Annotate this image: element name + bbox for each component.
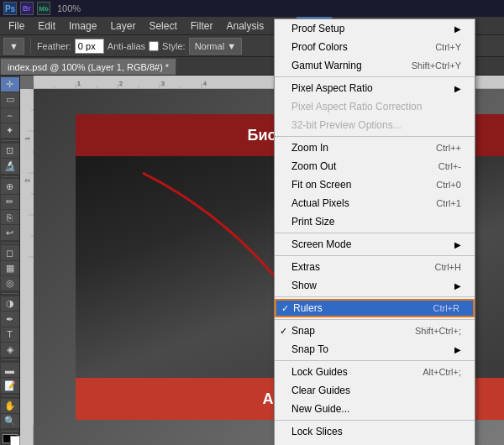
tool-separator-2 [2, 176, 18, 177]
tool-separator-7 [2, 431, 18, 432]
menu-item-proof-colors[interactable]: Proof Colors Ctrl+Y [275, 38, 475, 56]
shortcut-snap: Shift+Ctrl+; [415, 326, 461, 336]
tool-zoom[interactable]: 🔍 [1, 414, 19, 428]
tool-lasso[interactable]: ⌢ [1, 108, 19, 123]
svg-text:1: 1 [77, 81, 81, 86]
tool-magic-wand[interactable]: ✦ [1, 123, 19, 138]
separator-6 [275, 319, 475, 320]
svg-text:1: 1 [24, 137, 30, 140]
menu-image[interactable]: Image [62, 17, 103, 35]
tool-blur[interactable]: ◎ [1, 276, 19, 291]
menu-item-snap-to[interactable]: Snap To ▶ [275, 340, 475, 359]
tool-clone-stamp[interactable]: ⎘ [1, 210, 19, 224]
menu-item-snap[interactable]: Snap Shift+Ctrl+; [275, 322, 475, 340]
menu-item-print-size[interactable]: Print Size [275, 212, 475, 231]
shortcut-fit-on-screen: Ctrl+0 [436, 180, 461, 190]
separator-7 [275, 360, 475, 361]
options-preset[interactable]: ▼ [3, 38, 24, 55]
separator-3 [275, 233, 475, 233]
tool-separator-5 [2, 359, 18, 360]
tool-pen[interactable]: ✒ [1, 312, 19, 326]
svg-text:2: 2 [24, 179, 30, 182]
separator-1 [275, 76, 475, 77]
shortcut-actual-pixels: Ctrl+1 [436, 198, 461, 208]
tool-type[interactable]: T [1, 327, 19, 342]
menu-item-lock-guides[interactable]: Lock Guides Alt+Ctrl+; [275, 363, 475, 381]
tool-history-brush[interactable]: ↩ [1, 225, 19, 239]
arrow-show: ▶ [454, 281, 461, 291]
menu-layer[interactable]: Layer [103, 17, 142, 35]
svg-text:2: 2 [119, 81, 123, 86]
arrow-screen-mode: ▶ [454, 240, 461, 249]
shortcut-gamut-warning: Shift+Ctrl+Y [412, 60, 461, 71]
menu-item-actual-pixels[interactable]: Actual Pixels Ctrl+1 [275, 194, 475, 212]
shortcut-zoom-in: Ctrl++ [436, 143, 461, 153]
menu-item-32bit-preview: 32-bit Preview Options... [275, 116, 475, 134]
anti-alias-label: Anti-alias [108, 41, 145, 51]
menu-item-pixel-aspect-ratio[interactable]: Pixel Aspect Ratio ▶ [275, 79, 475, 97]
menu-analysis[interactable]: Analysis [219, 17, 270, 35]
doc-tab-index[interactable]: index.psd @ 100% (Layer 1, RGB/8#) * [0, 58, 176, 75]
menu-item-new-guide[interactable]: New Guide... [275, 400, 475, 418]
menu-item-fit-on-screen[interactable]: Fit on Screen Ctrl+0 [275, 175, 475, 194]
separator-8 [275, 420, 475, 421]
tool-eyedropper[interactable]: 🔬 [1, 159, 19, 173]
style-select[interactable]: Normal ▼ [189, 38, 242, 55]
separator-5 [275, 296, 475, 297]
menu-item-clear-guides[interactable]: Clear Guides [275, 381, 475, 400]
title-zoom: 100% [57, 3, 81, 13]
tool-spot-heal[interactable]: ⊕ [1, 179, 19, 193]
tool-separator-4 [2, 293, 18, 294]
menu-item-show[interactable]: Show ▶ [275, 276, 475, 295]
arrow-proof-setup: ▶ [454, 24, 461, 34]
arrow-snap-to: ▶ [454, 345, 461, 354]
shortcut-rulers: Ctrl+R [433, 303, 459, 313]
shortcut-zoom-out: Ctrl+- [438, 161, 461, 171]
style-label: Style: [162, 41, 186, 51]
tool-hand[interactable]: ✋ [1, 399, 19, 413]
menu-item-screen-mode[interactable]: Screen Mode ▶ [275, 235, 475, 254]
menu-file[interactable]: File [2, 17, 31, 35]
menu-item-clear-slices: Clear Slices [275, 441, 475, 445]
tool-crop[interactable]: ⊡ [1, 144, 19, 158]
menu-item-proof-setup[interactable]: Proof Setup ▶ [275, 19, 475, 38]
svg-text:3: 3 [161, 81, 165, 86]
menu-item-gamut-warning[interactable]: Gamut Warning Shift+Ctrl+Y [275, 56, 475, 75]
menu-item-zoom-out[interactable]: Zoom Out Ctrl+- [275, 157, 475, 175]
feather-label: Feather: [37, 41, 71, 51]
arrow-pixel-aspect: ▶ [454, 84, 461, 93]
tool-separator-6 [2, 395, 18, 396]
menu-item-rulers[interactable]: Rulers Ctrl+R [275, 299, 475, 317]
mb-icon[interactable]: Mb [37, 2, 50, 15]
tool-gradient[interactable]: ▦ [1, 261, 19, 275]
title-bar: Ps Br Mb 100% [0, 0, 504, 17]
vertical-ruler: 1 2 [20, 89, 34, 445]
br-icon[interactable]: Br [20, 2, 34, 15]
anti-alias-checkbox[interactable] [149, 41, 159, 51]
menu-select[interactable]: Select [142, 17, 183, 35]
feather-input[interactable] [75, 39, 104, 54]
menu-item-zoom-in[interactable]: Zoom In Ctrl++ [275, 139, 475, 157]
view-dropdown-menu: Proof Setup ▶ Proof Colors Ctrl+Y Gamut … [274, 18, 475, 445]
svg-text:4: 4 [203, 81, 207, 86]
shortcut-lock-guides: Alt+Ctrl+; [423, 367, 461, 377]
foreground-color[interactable] [3, 434, 18, 443]
tool-brush[interactable]: ✏ [1, 195, 19, 209]
tool-dodge[interactable]: ◑ [1, 296, 19, 311]
menu-item-lock-slices[interactable]: Lock Slices [275, 422, 475, 441]
left-toolbar: ✛ ▭ ⌢ ✦ ⊡ 🔬 ⊕ ✏ ⎘ ↩ ◻ ▦ ◎ ◑ ✒ T ◈ ▬ 📝 ✋ … [0, 76, 20, 445]
menu-filter[interactable]: Filter [184, 17, 220, 35]
tool-shape[interactable]: ▬ [1, 363, 19, 377]
tool-move[interactable]: ✛ [1, 77, 19, 92]
tool-notes[interactable]: 📝 [1, 378, 19, 392]
menu-item-extras[interactable]: Extras Ctrl+H [275, 258, 475, 276]
tool-marquee[interactable]: ▭ [1, 92, 19, 107]
tool-separator-3 [2, 243, 18, 243]
tool-eraser[interactable]: ◻ [1, 245, 19, 259]
shortcut-extras: Ctrl+H [435, 262, 461, 272]
tool-path-select[interactable]: ◈ [1, 343, 19, 357]
separator-4 [275, 255, 475, 256]
ps-icon[interactable]: Ps [3, 2, 17, 15]
menu-edit[interactable]: Edit [31, 17, 62, 35]
shortcut-proof-colors: Ctrl+Y [435, 42, 461, 52]
